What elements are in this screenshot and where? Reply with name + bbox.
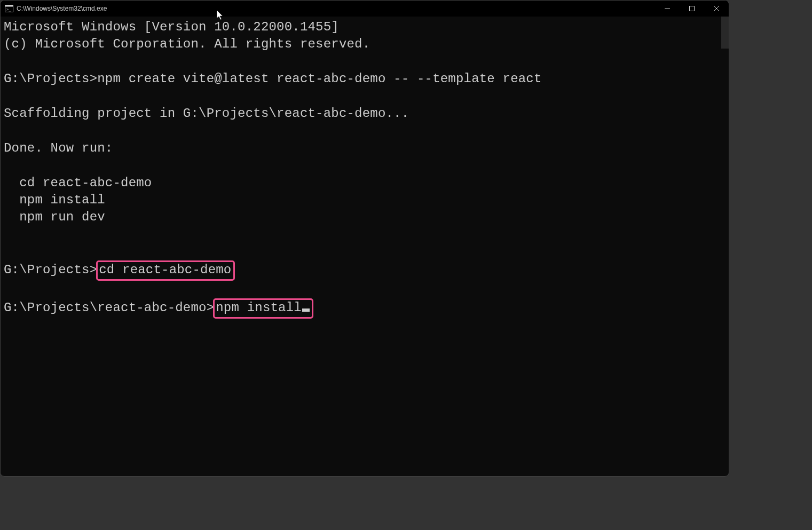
terminal-line: Done. Now run: (4, 140, 726, 157)
terminal-prompt-line: G:\Projects\react-abc-demo>npm install (4, 298, 726, 319)
svg-text:>_: >_ (6, 7, 11, 12)
terminal-blank-line (4, 88, 726, 105)
prompt-path: G:\Projects> (4, 72, 97, 86)
vertical-scrollbar[interactable] (721, 17, 729, 49)
terminal-blank-line (4, 281, 726, 298)
titlebar-left: >_ C:\Windows\System32\cmd.exe (5, 5, 107, 12)
terminal-output-area[interactable]: Microsoft Windows [Version 10.0.22000.14… (1, 17, 729, 476)
terminal-blank-line (4, 243, 726, 260)
cmd-icon: >_ (5, 5, 13, 12)
close-button[interactable] (704, 1, 729, 17)
terminal-line: Scaffolding project in G:\Projects\react… (4, 105, 726, 122)
prompt-command: cd react-abc-demo (99, 263, 231, 277)
highlighted-command: npm install (213, 298, 313, 319)
svg-rect-4 (690, 6, 695, 11)
maximize-button[interactable] (680, 1, 704, 17)
prompt-command: npm install (216, 300, 302, 315)
terminal-line: cd react-abc-demo (4, 175, 726, 192)
prompt-path: G:\Projects> (4, 263, 97, 277)
prompt-command: npm create vite@latest react-abc-demo --… (97, 72, 541, 86)
terminal-blank-line (4, 226, 726, 243)
terminal-blank-line (4, 53, 726, 70)
cmd-window: >_ C:\Windows\System32\cmd.exe Microsoft… (0, 0, 729, 477)
terminal-line: npm run dev (4, 209, 726, 226)
prompt-path: G:\Projects\react-abc-demo> (4, 300, 214, 315)
terminal-blank-line (4, 157, 726, 174)
window-title: C:\Windows\System32\cmd.exe (17, 5, 107, 12)
terminal-prompt-line: G:\Projects>cd react-abc-demo (4, 260, 726, 281)
window-controls (655, 1, 729, 17)
terminal-line: Microsoft Windows [Version 10.0.22000.14… (4, 19, 726, 36)
minimize-button[interactable] (655, 1, 680, 17)
text-cursor (302, 308, 310, 312)
terminal-line: (c) Microsoft Corporation. All rights re… (4, 36, 726, 53)
highlighted-command: cd react-abc-demo (96, 260, 235, 281)
window-titlebar[interactable]: >_ C:\Windows\System32\cmd.exe (1, 1, 729, 17)
terminal-blank-line (4, 122, 726, 139)
svg-rect-1 (5, 5, 13, 7)
terminal-prompt-line: G:\Projects>npm create vite@latest react… (4, 70, 726, 88)
terminal-line: npm install (4, 192, 726, 209)
